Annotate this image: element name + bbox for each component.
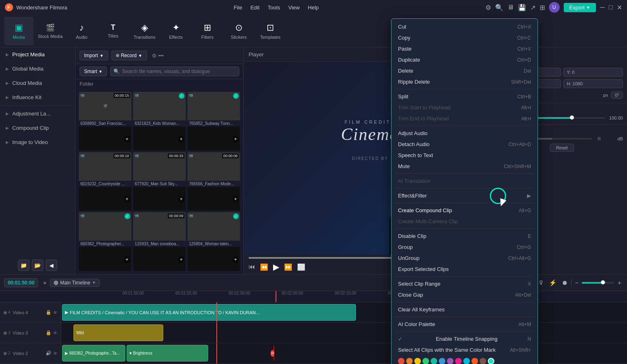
menu-help[interactable]: Help: [308, 4, 319, 11]
sidebar-item-project-media[interactable]: ▶ Project Media: [0, 47, 75, 62]
settings-icon[interactable]: ⚙: [485, 4, 491, 11]
menu-edit[interactable]: Edit: [250, 4, 259, 11]
ctx-select-clip-range[interactable]: Select Clip Range X: [391, 278, 538, 289]
save-icon[interactable]: 💾: [518, 4, 526, 11]
media-thumb-5[interactable]: 📹 00:00:33 + 677920_Man Suit Sky...: [133, 152, 186, 211]
clip-film-credits[interactable]: ▶ FILM CREDITS / Cinematic / YOU CAN USE…: [62, 304, 356, 321]
toolbar-stickers[interactable]: ⊙ Stickers: [224, 17, 253, 45]
menu-view[interactable]: View: [288, 4, 300, 11]
collapse-button[interactable]: ◀: [46, 260, 57, 271]
toolbar-stock-media[interactable]: 🎬 Stock Media: [36, 17, 65, 45]
track-lock-btn-v3[interactable]: 🔒: [46, 330, 51, 335]
ctx-speech-to-text[interactable]: Speech to Text: [391, 150, 538, 161]
zoom-slider[interactable]: [582, 282, 614, 284]
height-field[interactable]: H: 1080: [563, 79, 623, 88]
ctx-paste[interactable]: Paste Ctrl+V: [391, 43, 538, 54]
grid-icon[interactable]: ⊞: [540, 4, 545, 11]
track-eye-btn-v3[interactable]: 👁: [53, 330, 58, 335]
media-thumb-6[interactable]: 📹 00:00:06 + 766566_Fashion Mode...: [187, 152, 240, 211]
toolbar-effects[interactable]: ✦ Effects: [161, 17, 191, 45]
ctx-ungroup[interactable]: UnGroup Ctrl+Alt+G: [391, 253, 538, 264]
menu-tools[interactable]: Tools: [268, 4, 280, 11]
user-avatar[interactable]: U: [549, 2, 560, 13]
search-icon[interactable]: 🔍: [495, 4, 503, 11]
ctx-duplicate[interactable]: Duplicate Ctrl+D: [391, 54, 538, 65]
effects-btn[interactable]: ⚡: [547, 278, 558, 287]
zoom-out-btn[interactable]: −: [573, 278, 580, 287]
step-forward-button[interactable]: ⏩: [284, 263, 292, 271]
ctx-effect-filter[interactable]: Effect&Filter ▶: [391, 190, 538, 201]
track-vol-btn-v2[interactable]: 🔊: [46, 351, 51, 356]
ctx-group[interactable]: Group Ctrl+G: [391, 242, 538, 253]
swatch-deep-orange[interactable]: [471, 358, 478, 364]
track-lock-btn-v4[interactable]: 🔒: [46, 310, 51, 315]
minimize-button[interactable]: ─: [600, 4, 605, 11]
add-btn-2[interactable]: +: [178, 136, 185, 142]
swatch-yellow[interactable]: [414, 358, 421, 364]
swatch-teal[interactable]: [431, 358, 437, 364]
clip-brightness[interactable]: ♥Brightness: [127, 345, 208, 362]
toolbar-titles[interactable]: T Titles: [98, 17, 128, 45]
sidebar-item-image-to-video[interactable]: ▶ Image to Video: [0, 135, 75, 149]
rotation-field[interactable]: 0°: [611, 91, 623, 99]
ctx-enable-snapping[interactable]: Enable Timeline Snapping N: [391, 333, 538, 344]
reset-button[interactable]: Reset: [550, 144, 574, 152]
ctx-delete[interactable]: Delete Del: [391, 65, 538, 76]
add-folder-button[interactable]: 📁: [18, 260, 29, 271]
swatch-pink[interactable]: [455, 358, 462, 364]
ctx-export-selected[interactable]: Export Selected Clips: [391, 264, 538, 275]
ctx-cut[interactable]: Cut Ctrl+X: [391, 21, 538, 32]
step-back-button[interactable]: ⏪: [260, 263, 268, 271]
import-button[interactable]: Import ▼: [80, 51, 108, 60]
rewind-button[interactable]: ⏮: [249, 263, 255, 271]
zoom-in-btn[interactable]: +: [616, 278, 623, 287]
media-thumb-7[interactable]: 📹 ✓ + 660362_Photographer...: [79, 212, 131, 271]
y-field[interactable]: Y: 0: [563, 68, 623, 77]
media-thumb-1[interactable]: 🎬 📹 00:00:15 + 6308892_San Francisc...: [79, 92, 131, 151]
sidebar-item-global-media[interactable]: ▶ Global Media: [0, 62, 75, 76]
add-btn-6[interactable]: +: [232, 196, 239, 202]
sidebar-item-compound-clip[interactable]: ▶ Compound Clip: [0, 121, 75, 135]
filter-icon[interactable]: ⚙: [152, 53, 157, 59]
swatch-blue[interactable]: [439, 358, 445, 364]
more-icon[interactable]: •••: [158, 53, 164, 59]
play-button[interactable]: ▶: [273, 262, 279, 272]
sidebar-item-influence-kit[interactable]: ▶ Influence Kit: [0, 90, 75, 104]
toolbar-transitions[interactable]: ◈ Transitions: [130, 17, 159, 45]
track-eye-btn-v2[interactable]: 👁: [53, 351, 58, 356]
swatch-green[interactable]: [422, 358, 429, 364]
new-folder-button[interactable]: 📂: [32, 260, 43, 271]
maximize-button[interactable]: □: [609, 4, 613, 11]
record-tl-btn[interactable]: ⏺: [560, 278, 569, 287]
add-btn-4[interactable]: +: [124, 196, 130, 202]
track-eye-btn-v4[interactable]: 👁: [53, 310, 58, 315]
clip-photographer[interactable]: ▶660362_Photographe...Ta...: [62, 345, 125, 362]
ctx-disable-clip[interactable]: Disable Clip E: [391, 231, 538, 242]
media-thumb-8[interactable]: 📹 00:00:09 + 115933_Man snowboa...: [133, 212, 186, 271]
ctx-copy[interactable]: Copy Ctrl+C: [391, 32, 538, 43]
media-thumb-2[interactable]: 📹 ✓ + 6321823_Kids Woman...: [133, 92, 186, 151]
add-btn-9[interactable]: +: [232, 256, 239, 263]
ctx-split[interactable]: Split Ctrl+B: [391, 91, 538, 102]
sidebar-item-cloud-media[interactable]: ▶ Cloud Media: [0, 76, 75, 90]
add-btn-3[interactable]: +: [232, 136, 239, 142]
add-btn-5[interactable]: +: [178, 196, 185, 202]
swatch-purple[interactable]: [447, 358, 454, 364]
ctx-close-gap[interactable]: Close Gap Alt+Del: [391, 289, 538, 300]
export-button[interactable]: Export ▼: [564, 3, 596, 12]
ctx-create-compound[interactable]: Create Compound Clip Alt+G: [391, 205, 538, 216]
swatch-mint-active[interactable]: [488, 358, 494, 364]
fullscreen-button[interactable]: ⬜: [297, 263, 305, 271]
ctx-select-same-color[interactable]: Select All Clips with the Same Color Mar…: [391, 344, 538, 355]
clip-mild[interactable]: Mild: [73, 324, 163, 341]
sidebar-item-adjustment[interactable]: ▶ Adjustment La...: [0, 107, 75, 121]
swatch-brown[interactable]: [480, 358, 486, 364]
swatch-cyan[interactable]: [463, 358, 470, 364]
add-btn-7[interactable]: +: [124, 256, 130, 263]
toolbar-filters[interactable]: ⊞ Filters: [193, 17, 222, 45]
menu-file[interactable]: File: [233, 4, 242, 11]
swatch-orange[interactable]: [406, 358, 413, 364]
toolbar-audio[interactable]: ♪ Audio: [67, 17, 96, 45]
share-icon[interactable]: ↗: [530, 4, 536, 11]
toolbar-templates[interactable]: ⊡ Templates: [256, 17, 285, 45]
